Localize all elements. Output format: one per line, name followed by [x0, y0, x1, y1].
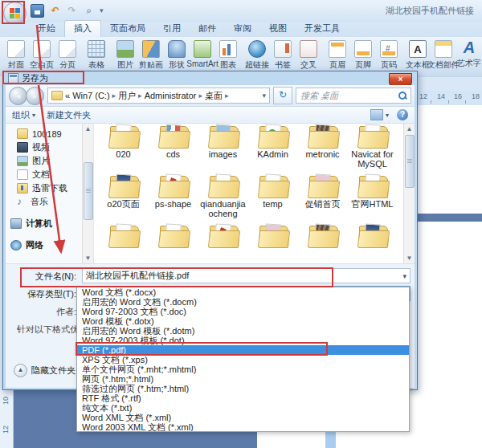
breadcrumb-segment-administrator[interactable]: Administrator — [145, 91, 197, 100]
tab-review[interactable]: 审阅 — [225, 21, 260, 37]
tab-insert[interactable]: 插入 — [64, 20, 101, 37]
change-view-button[interactable]: ▾ — [370, 109, 389, 120]
filetype-option-docx[interactable]: Word 文档 (*.docx) — [77, 287, 409, 297]
breadcrumb[interactable]: « Win7 (C:) ▸ 用户 ▸ Administrator ▸ 桌面 ▸ … — [47, 88, 270, 104]
filetype-option-pdf[interactable]: PDF (*.pdf) — [77, 345, 409, 355]
cross-reference-button[interactable]: 交叉 — [296, 39, 321, 71]
folder-item-ps-shape[interactable]: ps-shape — [149, 173, 198, 218]
shapes-button[interactable]: 形状 — [164, 39, 190, 71]
sidebar-item-pictures[interactable]: 图片 — [6, 154, 93, 168]
folder-item-metronic[interactable]: metronic — [298, 124, 347, 169]
scroll-down-icon[interactable]: ▼ — [83, 253, 93, 263]
undo-icon[interactable]: ↶ — [49, 5, 61, 17]
folder-item-cds[interactable]: cds — [149, 124, 198, 169]
filetype-option-dot[interactable]: Word 97-2003 模板 (*.dot) — [77, 336, 409, 345]
folder-item-promo[interactable]: 促销首页 — [298, 173, 347, 218]
breadcrumb-segment-desktop[interactable]: 桌面 — [205, 90, 223, 102]
hyperlink-button[interactable]: 超链接 — [244, 39, 270, 71]
filetype-option-xps[interactable]: XPS 文档 (*.xps) — [77, 355, 409, 365]
page-break-button[interactable]: 分页 — [55, 39, 80, 71]
folder-item-partial[interactable] — [198, 223, 247, 249]
scrollbar-thumb[interactable] — [84, 162, 93, 220]
folder-item-temp[interactable]: temp — [248, 173, 297, 218]
tab-home[interactable]: 开始 — [29, 21, 64, 37]
smartart-button[interactable]: SmartArt — [190, 39, 215, 69]
tab-developer[interactable]: 开发工具 — [296, 21, 349, 37]
new-folder-button[interactable]: 新建文件夹 — [47, 109, 91, 121]
cover-page-button[interactable]: 封面 — [3, 39, 29, 71]
picture-button[interactable]: 图片 — [112, 39, 138, 71]
scroll-down-icon[interactable]: ▼ — [404, 253, 415, 263]
filetype-option-xml[interactable]: Word XML 文档 (*.xml) — [77, 413, 409, 422]
filetype-option-docm[interactable]: 启用宏的 Word 文档 (*.docm) — [77, 297, 409, 307]
redo-icon[interactable]: ↷ — [66, 5, 78, 17]
search-icon[interactable] — [398, 92, 406, 100]
tab-references[interactable]: 引用 — [154, 21, 190, 37]
folder-item-images[interactable]: images — [198, 124, 247, 169]
page-number-button[interactable]: 页码 — [376, 39, 402, 71]
dialog-title-bar[interactable]: 另存为 — [3, 71, 417, 85]
forward-button[interactable]: ▸ — [26, 87, 44, 105]
qat-customize-icon[interactable]: ▾ — [100, 6, 104, 14]
sidebar-item-videos[interactable]: 视频 — [6, 141, 93, 154]
folder-item-partial[interactable] — [348, 223, 397, 249]
help-button[interactable]: ? — [397, 109, 408, 120]
breadcrumb-dropdown-icon[interactable]: ▾ — [262, 92, 266, 100]
scroll-up-icon[interactable]: ▲ — [404, 124, 415, 134]
filetype-option-filtered-htm[interactable]: 筛选过的网页 (*.htm;*.html) — [77, 384, 409, 393]
filetype-option-mht[interactable]: 单个文件网页 (*.mht;*.mhtml) — [77, 365, 409, 374]
filetype-option-dotm[interactable]: 启用宏的 Word 模板 (*.dotm) — [77, 326, 409, 336]
hide-folders-button[interactable]: ▲ 隐藏文件夹 — [14, 364, 76, 377]
folder-item-partial[interactable] — [248, 223, 297, 249]
breadcrumb-segment-users[interactable]: 用户 — [118, 90, 136, 102]
blank-page-button[interactable]: 空白页 — [29, 39, 55, 71]
quick-parts-button[interactable]: 文档部件 — [431, 39, 456, 71]
folder-item-o20[interactable]: o20页面 — [99, 173, 148, 218]
footer-button[interactable]: 页脚 — [350, 39, 376, 71]
folder-item-html[interactable]: 官网HTML — [348, 173, 397, 218]
folder-item-kadmin[interactable]: KAdmin — [248, 124, 297, 169]
close-button[interactable]: × — [389, 73, 412, 86]
filename-input[interactable]: 湖北校园手机配件链接.pdf ▾ — [82, 268, 411, 283]
folder-item-020[interactable]: 020 — [99, 124, 148, 169]
folder-item-partial[interactable] — [298, 223, 347, 249]
file-list-scrollbar[interactable]: ▲ ▼ — [403, 124, 415, 263]
clipart-button[interactable]: 剪贴画 — [138, 39, 164, 71]
sidebar-item-documents[interactable]: 文档 — [6, 168, 93, 181]
sidebar-item-network[interactable]: 网络 — [6, 238, 93, 252]
save-icon[interactable] — [31, 4, 44, 18]
tab-page-layout[interactable]: 页面布局 — [101, 21, 154, 37]
tab-mailings[interactable]: 邮件 — [190, 21, 225, 37]
sidebar-item-music[interactable]: ♪音乐 — [6, 195, 93, 209]
sidebar-scrollbar[interactable]: ▲ ▼ — [82, 124, 93, 263]
chevron-down-icon[interactable]: ▾ — [402, 272, 406, 280]
filetype-option-rtf[interactable]: RTF 格式 (*.rtf) — [77, 393, 409, 403]
breadcrumb-segment-drive[interactable]: Win7 (C:) — [72, 91, 109, 100]
tab-view[interactable]: 视图 — [260, 21, 296, 37]
scrollbar-thumb[interactable] — [405, 135, 415, 188]
filetype-option-htm[interactable]: 网页 (*.htm;*.html) — [77, 374, 409, 384]
sidebar-item-100189[interactable]: 100189 — [6, 127, 93, 141]
organize-button[interactable]: 组织▾ — [12, 109, 35, 121]
table-button[interactable]: 表格 — [84, 39, 109, 71]
filetype-option-doc[interactable]: Word 97-2003 文档 (*.doc) — [77, 307, 409, 316]
scroll-up-icon[interactable]: ▲ — [83, 124, 93, 134]
header-button[interactable]: 页眉 — [325, 39, 350, 71]
search-input[interactable]: 搜索 桌面 — [296, 88, 411, 104]
filetype-option-dotx[interactable]: Word 模板 (*.dotx) — [77, 316, 409, 326]
folder-item-partial[interactable] — [99, 223, 148, 249]
chart-button[interactable]: 图表 — [215, 39, 241, 71]
back-button[interactable]: ◂ — [9, 87, 27, 105]
sidebar-item-downloads[interactable]: 迅雷下载 — [6, 181, 93, 195]
filetype-option-txt[interactable]: 纯文本 (*.txt) — [77, 403, 409, 413]
folder-item-navicat[interactable]: Navicat for MySQL — [348, 124, 397, 169]
refresh-button[interactable]: ↻ — [273, 87, 292, 104]
print-preview-icon[interactable]: ⌕ — [83, 5, 95, 17]
sidebar-item-computer[interactable]: 计算机 — [6, 217, 93, 230]
wordart-button[interactable]: A艺术字 — [456, 39, 482, 70]
filetype-option-2003-xml[interactable]: Word 2003 XML 文档 (*.xml) — [77, 422, 409, 432]
folder-item-qianduanjiaocheng[interactable]: qianduanjiaocheng — [198, 173, 247, 218]
bookmark-button[interactable]: 书签 — [270, 39, 296, 71]
office-button[interactable] — [3, 2, 27, 25]
folder-item-partial[interactable] — [149, 223, 198, 249]
